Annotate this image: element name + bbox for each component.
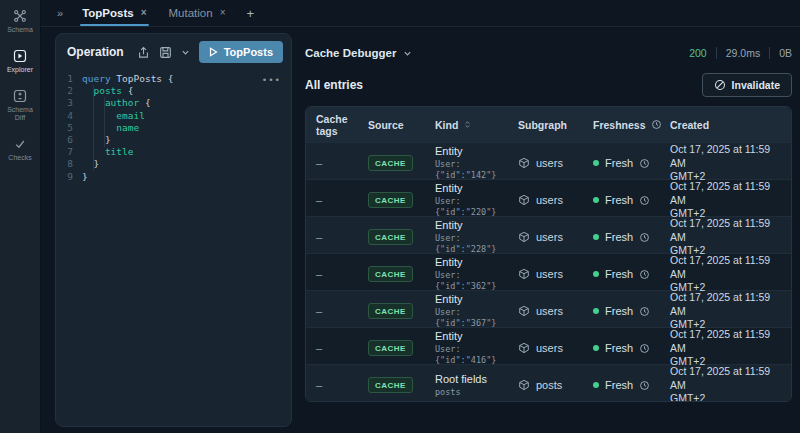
- freshness-label: Fresh: [605, 157, 633, 169]
- table-row[interactable]: –CACHEEntityUser:{"id":"142"}usersFreshO…: [306, 142, 791, 179]
- table-row[interactable]: –CACHEEntityUser:{"id":"220"}usersFreshO…: [306, 179, 791, 216]
- save-icon[interactable]: [159, 46, 172, 59]
- code-text: query TopPosts {: [82, 73, 174, 85]
- code-token: }: [82, 158, 99, 169]
- cell-source: CACHE: [368, 377, 435, 393]
- code-token: name: [116, 122, 139, 133]
- cell-source: CACHE: [368, 340, 435, 356]
- freshness-status-dot: [593, 271, 599, 277]
- tab-topposts[interactable]: TopPosts ×: [71, 0, 157, 26]
- freshness-status-dot: [593, 197, 599, 203]
- indent-guide: [104, 97, 105, 147]
- table-row[interactable]: –CACHERoot fieldspostspostsFreshOct 17, …: [306, 364, 791, 401]
- divider: [716, 47, 717, 59]
- code-token: query: [82, 73, 116, 84]
- clock-icon: [639, 269, 650, 280]
- cell-subgraph: users: [518, 305, 593, 317]
- column-header-kind-label: Kind: [435, 119, 458, 131]
- table-row[interactable]: –CACHEEntityUser:{"id":"228"}usersFreshO…: [306, 216, 791, 253]
- code-text: }: [82, 171, 88, 183]
- created-date: Oct 17, 2025 at 11:59 AM: [670, 143, 781, 170]
- tab-mutation[interactable]: Mutation ×: [158, 0, 237, 26]
- add-tab-button[interactable]: +: [236, 6, 264, 21]
- sort-icon: [463, 120, 472, 129]
- table-row[interactable]: –CACHEEntityUser:{"id":"416"}usersFreshO…: [306, 327, 791, 364]
- column-header-freshness-label: Freshness: [593, 119, 646, 131]
- cache-source-badge: CACHE: [368, 266, 413, 282]
- cache-source-badge: CACHE: [368, 377, 413, 393]
- cache-debugger-header: Cache Debugger 200 29.0ms 0B: [305, 42, 792, 64]
- cell-kind: EntityUser:{"id":"367"}: [435, 293, 518, 329]
- rail-item-schema-diff[interactable]: SchemaDiff: [0, 89, 40, 122]
- code-line: 2 posts {: [56, 85, 291, 97]
- created-date: Oct 17, 2025 at 11:59 AM: [670, 254, 781, 281]
- cell-source: CACHE: [368, 229, 435, 245]
- indent-guide: [93, 85, 94, 171]
- close-icon[interactable]: ×: [220, 8, 226, 18]
- code-token: posts: [93, 85, 122, 96]
- table-row[interactable]: –CACHEEntityUser:{"id":"367"}usersFreshO…: [306, 290, 791, 327]
- kind-label: Entity: [435, 219, 518, 232]
- response-stats: 200 29.0ms 0B: [689, 47, 792, 59]
- code-text: }: [82, 134, 111, 146]
- close-icon[interactable]: ×: [141, 8, 147, 18]
- freshness-status-dot: [593, 345, 599, 351]
- subgraph-name: posts: [536, 379, 562, 391]
- cell-kind: EntityUser:{"id":"220"}: [435, 182, 518, 218]
- subgraph-cube-icon: [518, 305, 530, 317]
- created-timezone: GMT+2: [670, 392, 781, 402]
- freshness-status-dot: [593, 382, 599, 388]
- collapse-sidebar-icon[interactable]: »: [49, 7, 71, 19]
- cache-debugger-dropdown[interactable]: Cache Debugger: [305, 47, 412, 59]
- rail-item-explorer[interactable]: Explorer: [0, 49, 40, 74]
- rail-label-schema: Schema: [7, 26, 33, 34]
- cell-cache-tags: –: [316, 379, 368, 391]
- schema-graph-icon: [13, 9, 27, 23]
- freshness-label: Fresh: [605, 194, 633, 206]
- line-number: 9: [56, 171, 82, 183]
- subgraph-cube-icon: [518, 231, 530, 243]
- column-header-freshness: Freshness: [593, 119, 670, 131]
- cell-freshness: Fresh: [593, 194, 670, 206]
- share-icon[interactable]: [137, 46, 150, 59]
- code-editor[interactable]: ••• 1query TopPosts {2 posts {3 author {…: [56, 68, 291, 426]
- code-token: email: [116, 110, 145, 121]
- code-lines: 1query TopPosts {2 posts {3 author {4 em…: [56, 73, 291, 183]
- code-line: 5 name: [56, 122, 291, 134]
- cell-kind: EntityUser:{"id":"362"}: [435, 256, 518, 292]
- code-token: {: [139, 97, 150, 108]
- code-token: [82, 110, 116, 121]
- line-number: 3: [56, 97, 82, 109]
- cell-subgraph: users: [518, 231, 593, 243]
- rail-item-schema[interactable]: Schema: [0, 9, 40, 34]
- subgraph-name: users: [536, 231, 563, 243]
- cache-source-badge: CACHE: [368, 192, 413, 208]
- subgraph-cube-icon: [518, 194, 530, 206]
- kind-label: Entity: [435, 330, 518, 343]
- cell-freshness: Fresh: [593, 305, 670, 317]
- cell-cache-tags: –: [316, 268, 368, 280]
- response-duration: 29.0ms: [726, 47, 760, 59]
- kind-detail: User:{"id":"367"}: [435, 307, 518, 329]
- clock-icon: [639, 158, 650, 169]
- rail-item-checks[interactable]: Checks: [0, 137, 40, 162]
- invalidate-button[interactable]: Invalidate: [702, 73, 792, 97]
- freshness-status-dot: [593, 308, 599, 314]
- code-line: 9}: [56, 171, 291, 183]
- line-number: 1: [56, 73, 82, 85]
- code-text: name: [82, 122, 139, 134]
- table-row[interactable]: –CACHEEntityUser:{"id":"362"}usersFreshO…: [306, 253, 791, 290]
- code-menu-ellipsis-icon[interactable]: •••: [262, 74, 281, 86]
- freshness-label: Fresh: [605, 231, 633, 243]
- schema-diff-icon: [13, 89, 27, 103]
- run-operation-button[interactable]: TopPosts: [199, 41, 283, 63]
- cell-source: CACHE: [368, 155, 435, 171]
- explorer-play-icon: [13, 49, 27, 63]
- all-entries-heading: All entries: [305, 78, 363, 92]
- response-size: 0B: [779, 47, 792, 59]
- freshness-label: Fresh: [605, 379, 633, 391]
- chevron-down-icon[interactable]: [181, 48, 190, 57]
- column-header-kind[interactable]: Kind: [435, 119, 518, 131]
- code-token: {: [122, 85, 133, 96]
- subgraph-name: users: [536, 305, 563, 317]
